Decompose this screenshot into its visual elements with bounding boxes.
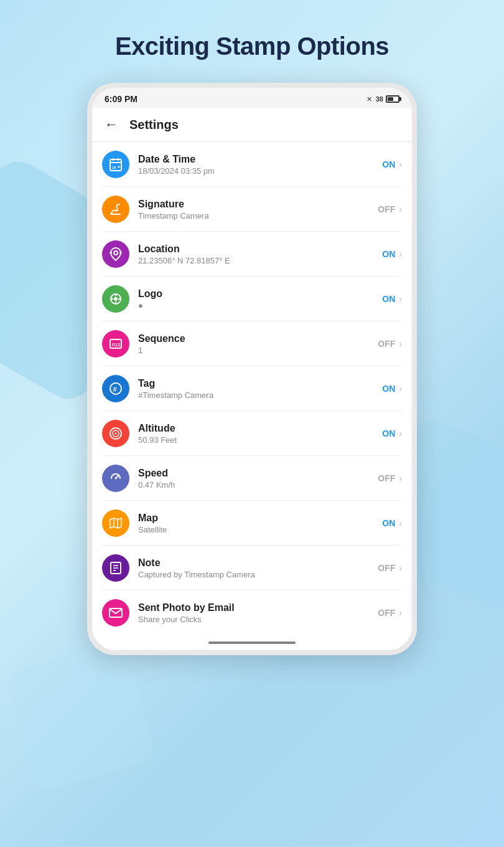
- map-text: Map Satellite: [138, 513, 382, 534]
- signature-icon: [102, 196, 129, 223]
- sent-photo-text: Sent Photo by Email Share your Clicks: [138, 602, 378, 624]
- note-icon: [102, 554, 129, 582]
- svg-point-24: [115, 478, 117, 480]
- settings-item-date-time[interactable]: 18 Date & Time 18/03/2024 03:35 pm ON ›: [92, 142, 412, 187]
- map-status: ON ›: [382, 518, 402, 528]
- status-bar: 6:09 PM ✕ 38: [92, 88, 412, 108]
- phone-screen: 6:09 PM ✕ 38 ← Settings 18 Date & T: [92, 88, 412, 650]
- app-header: ← Settings: [92, 108, 412, 142]
- page-title: Exciting Stamp Options: [115, 32, 389, 60]
- settings-list: 18 Date & Time 18/03/2024 03:35 pm ON › …: [92, 142, 412, 635]
- chevron-icon: ›: [399, 204, 402, 214]
- location-text: Location 21.23506° N 72.81857° E: [138, 244, 382, 265]
- note-subtitle: Captured by Timestamp Camera: [138, 570, 378, 579]
- scroll-indicator: [92, 635, 412, 650]
- back-button[interactable]: ←: [105, 116, 118, 133]
- header-title: Settings: [129, 118, 179, 132]
- chevron-icon: ›: [399, 428, 402, 438]
- signature-status: OFF ›: [378, 204, 402, 214]
- settings-item-speed[interactable]: Speed 0.47 Km/h OFF ›: [92, 456, 412, 501]
- logo-status: ON ›: [382, 294, 402, 304]
- sent-photo-status: OFF ›: [378, 608, 402, 618]
- chevron-icon: ›: [399, 294, 402, 304]
- svg-point-11: [114, 297, 118, 301]
- sent-photo-title: Sent Photo by Email: [138, 602, 378, 613]
- sent-photo-subtitle: Share your Clicks: [138, 615, 378, 624]
- altitude-status: ON ›: [382, 428, 402, 438]
- tag-status: ON ›: [382, 384, 402, 394]
- bg-decoration-3: [5, 640, 157, 793]
- speed-title: Speed: [138, 468, 378, 479]
- altitude-icon: [102, 420, 129, 447]
- signature-text: Signature Timestamp Camera: [138, 199, 378, 220]
- map-subtitle: Satellite: [138, 525, 382, 534]
- sequence-subtitle: 1: [138, 346, 378, 355]
- date-time-text: Date & Time 18/03/2024 03:35 pm: [138, 154, 382, 176]
- map-icon: [102, 509, 129, 537]
- svg-text:012: 012: [112, 342, 121, 348]
- speed-status: OFF ›: [378, 473, 402, 483]
- logo-icon: [102, 285, 129, 313]
- chevron-icon: ›: [399, 473, 402, 483]
- date-time-status: ON ›: [382, 159, 402, 169]
- sequence-title: Sequence: [138, 333, 378, 344]
- chevron-icon: ›: [399, 339, 402, 349]
- svg-point-7: [114, 251, 118, 255]
- settings-item-logo[interactable]: Logo ● ON ›: [92, 277, 412, 321]
- svg-marker-25: [110, 518, 121, 528]
- chevron-icon: ›: [399, 249, 402, 259]
- date-time-subtitle: 18/03/2024 03:35 pm: [138, 166, 382, 176]
- date-time-title: Date & Time: [138, 154, 382, 165]
- settings-item-sent-photo[interactable]: Sent Photo by Email Share your Clicks OF…: [92, 590, 412, 635]
- settings-item-note[interactable]: Note Captured by Timestamp Camera OFF ›: [92, 546, 412, 590]
- status-icons: ✕ 38: [366, 95, 399, 103]
- logo-subtitle: ●: [138, 301, 382, 310]
- settings-item-altitude[interactable]: Altitude 50.93 Feet ON ›: [92, 411, 412, 456]
- signature-title: Signature: [138, 199, 378, 210]
- email-icon: [102, 599, 129, 627]
- svg-point-4: [118, 166, 120, 168]
- speed-subtitle: 0.47 Km/h: [138, 480, 378, 490]
- sequence-status: OFF ›: [378, 339, 402, 349]
- tag-subtitle: #Timestamp Camera: [138, 390, 382, 400]
- x-icon: ✕: [366, 95, 372, 103]
- settings-item-signature[interactable]: Signature Timestamp Camera OFF ›: [92, 187, 412, 232]
- phone-frame: 6:09 PM ✕ 38 ← Settings 18 Date & T: [87, 83, 417, 655]
- chevron-icon: ›: [399, 384, 402, 394]
- settings-item-sequence[interactable]: 012 Sequence 1 OFF ›: [92, 321, 412, 366]
- logo-text: Logo ●: [138, 288, 382, 310]
- chevron-icon: ›: [399, 608, 402, 618]
- altitude-title: Altitude: [138, 423, 382, 434]
- date-time-icon: 18: [102, 151, 129, 178]
- note-text: Note Captured by Timestamp Camera: [138, 557, 378, 579]
- signature-subtitle: Timestamp Camera: [138, 211, 378, 220]
- settings-item-map[interactable]: Map Satellite ON ›: [92, 501, 412, 546]
- chevron-icon: ›: [399, 159, 402, 169]
- settings-item-tag[interactable]: # Tag #Timestamp Camera ON ›: [92, 366, 412, 411]
- tag-text: Tag #Timestamp Camera: [138, 378, 382, 400]
- location-title: Location: [138, 244, 382, 255]
- note-title: Note: [138, 557, 378, 569]
- tag-title: Tag: [138, 378, 382, 389]
- svg-text:#: #: [113, 386, 117, 393]
- chevron-icon: ›: [399, 563, 402, 573]
- chevron-icon: ›: [399, 518, 402, 528]
- tag-icon: #: [102, 375, 129, 402]
- status-time: 6:09 PM: [105, 94, 138, 104]
- altitude-subtitle: 50.93 Feet: [138, 435, 382, 445]
- svg-text:18: 18: [112, 166, 116, 169]
- location-subtitle: 21.23506° N 72.81857° E: [138, 256, 382, 265]
- scroll-bar: [208, 641, 296, 644]
- battery-fill: [388, 97, 393, 101]
- sequence-text: Sequence 1: [138, 333, 378, 355]
- map-title: Map: [138, 513, 382, 524]
- battery-icon: [386, 95, 399, 103]
- battery-percent: 38: [376, 95, 383, 103]
- location-status: ON ›: [382, 249, 402, 259]
- location-icon: [102, 240, 129, 268]
- settings-item-location[interactable]: Location 21.23506° N 72.81857° E ON ›: [92, 232, 412, 277]
- altitude-text: Altitude 50.93 Feet: [138, 423, 382, 445]
- speed-text: Speed 0.47 Km/h: [138, 468, 378, 490]
- sequence-icon: 012: [102, 330, 129, 357]
- svg-point-22: [115, 433, 117, 435]
